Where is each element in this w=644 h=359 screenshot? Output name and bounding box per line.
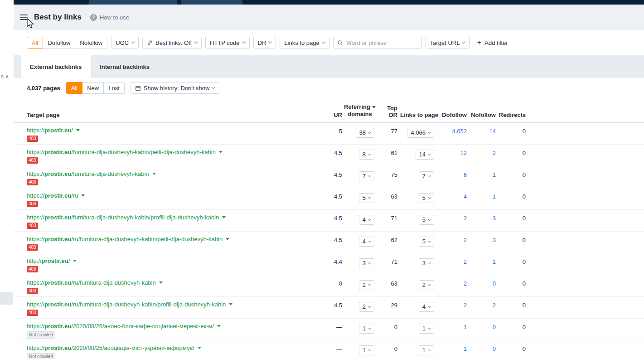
url-dropdown-caret-icon[interactable] [159, 281, 163, 284]
how-to-use-link[interactable]: ? How to use [90, 14, 129, 21]
nofollow-link[interactable]: 0 [493, 280, 496, 287]
target-page-link[interactable]: https://prostir.eu/furnitura-dlja-dushev… [27, 170, 149, 177]
dofollow-link[interactable]: 1 [464, 324, 467, 330]
left-rail-scroll-thumb[interactable] [0, 292, 13, 305]
target-page-link[interactable]: https://prostir.eu/ru/furnitura-dlja-dus… [27, 279, 156, 286]
menu-hamburger-icon[interactable] [20, 15, 28, 20]
dofollow-link[interactable]: 4,052 [452, 128, 467, 135]
referring-domains-dropdown[interactable]: 8 [359, 150, 374, 160]
target-url-dropdown[interactable]: Target URL [426, 37, 470, 49]
dofollow-link[interactable]: 2 [464, 258, 467, 265]
links-to-page-dropdown[interactable]: 1 [419, 324, 434, 334]
url-dropdown-caret-icon[interactable] [152, 173, 156, 175]
referring-domains-dropdown[interactable]: 7 [359, 171, 374, 181]
redirects-value: 0 [498, 232, 528, 253]
url-dropdown-caret-icon[interactable] [81, 194, 85, 197]
url-dropdown-caret-icon[interactable] [76, 129, 80, 131]
target-page-link[interactable]: https://prostir.eu/furnitura-dlja-dushev… [27, 214, 219, 221]
referring-domains-dropdown[interactable]: 1 [359, 324, 374, 334]
target-page-link[interactable]: https://prostir.eu/ru/furnitura-dlja-dus… [27, 301, 226, 308]
nofollow-link[interactable]: 0 [493, 324, 496, 330]
nofollow-link[interactable]: 14 [489, 128, 496, 135]
dofollow-link[interactable]: 6 [464, 171, 467, 178]
url-dropdown-caret-icon[interactable] [222, 216, 226, 218]
url-dropdown-caret-icon[interactable] [219, 151, 223, 153]
show-history-dropdown[interactable]: Show history: Don't show [131, 82, 220, 94]
links-to-page-dropdown[interactable]: 4 [419, 302, 434, 312]
links-to-page-dropdown[interactable]: 1 [419, 345, 434, 355]
links-to-page-dropdown[interactable]: 14 [416, 150, 434, 160]
history-segment-all[interactable]: All [66, 82, 82, 94]
nofollow-link[interactable]: 2 [493, 150, 496, 156]
nofollow-link[interactable]: 0 [493, 345, 496, 352]
nofollow-link[interactable]: 1 [493, 258, 496, 265]
tab-internal-backlinks[interactable]: Internal backlinks [91, 55, 159, 78]
column-header-referring-domains[interactable]: Referringdomains [342, 103, 380, 118]
filter-segment-all[interactable]: All [27, 37, 43, 49]
column-header-redirects[interactable]: Redirects [498, 112, 528, 118]
dofollow-link[interactable]: 2 [464, 237, 467, 243]
filter-segment-dofollow[interactable]: Dofollow [43, 37, 75, 49]
referring-domains-dropdown[interactable]: 4 [359, 237, 374, 247]
nofollow-link[interactable]: 3 [493, 215, 496, 222]
links-to-page-dropdown[interactable]: 3 [419, 258, 434, 268]
topbar-tab[interactable] [181, 0, 242, 5]
column-header-dofollow[interactable]: Dofollow [440, 112, 469, 118]
nofollow-link[interactable]: 3 [493, 237, 496, 243]
target-page-link[interactable]: https://prostir.eu/ [27, 127, 73, 134]
url-dropdown-caret-icon[interactable] [226, 238, 229, 240]
add-filter-button[interactable]: + Add filter [477, 39, 508, 46]
column-header-top-dr[interactable]: Top DR [380, 105, 400, 118]
dofollow-link[interactable]: 12 [460, 150, 467, 156]
history-segment-new[interactable]: New [82, 82, 104, 94]
target-page-link[interactable]: https://prostir.eu/2020/08/25/асоціація-… [27, 344, 194, 351]
target-page-link[interactable]: https://prostir.eu/ru/furnitura-dlja-dus… [27, 236, 223, 243]
nofollow-link[interactable]: 1 [493, 193, 496, 200]
dofollow-link[interactable]: 4 [464, 193, 467, 200]
referring-domains-dropdown[interactable]: 1 [359, 345, 374, 355]
tab-external-backlinks[interactable]: External backlinks [21, 55, 91, 78]
filter-ugc-dropdown[interactable]: UGC [111, 37, 139, 49]
topbar-tab[interactable] [89, 0, 177, 5]
search-input[interactable] [346, 39, 418, 46]
referring-domains-dropdown[interactable]: 3 [359, 258, 374, 268]
dofollow-link[interactable]: 1 [464, 345, 467, 352]
filter-segment-nofollow[interactable]: Nofollow [75, 37, 107, 49]
referring-domains-dropdown[interactable]: 2 [359, 302, 374, 312]
target-page-link[interactable]: https://prostir.eu/furnitura-dlja-dushev… [27, 149, 216, 155]
dofollow-link[interactable]: 2 [464, 302, 467, 309]
filter-links-to-page-dropdown[interactable]: Links to page [280, 37, 329, 49]
links-to-page-dropdown[interactable]: 4,066 [407, 128, 434, 138]
table-row: https://prostir.eu/furnitura-dlja-dushev… [14, 166, 644, 188]
referring-domains-dropdown[interactable]: 4 [359, 215, 374, 225]
filter-dr-dropdown[interactable]: DR [253, 37, 276, 49]
column-header-nofollow[interactable]: Nofollow [469, 112, 498, 118]
mini-value: 4 [363, 238, 366, 245]
column-header-links-to-page[interactable]: Links to page [400, 112, 440, 118]
column-header-target-page[interactable]: Target page [27, 112, 317, 118]
nofollow-link[interactable]: 1 [493, 171, 496, 178]
history-segment-lost[interactable]: Lost [103, 82, 125, 94]
dofollow-link[interactable]: 2 [464, 215, 467, 222]
referring-domains-dropdown[interactable]: 38 [356, 128, 374, 138]
url-dropdown-caret-icon[interactable] [198, 347, 201, 349]
links-to-page-dropdown[interactable]: 7 [419, 171, 434, 181]
url-dropdown-caret-icon[interactable] [73, 260, 77, 262]
dofollow-link[interactable]: 2 [464, 280, 467, 287]
url-dropdown-caret-icon[interactable] [217, 325, 221, 327]
column-header-ur[interactable]: UR [317, 112, 342, 118]
links-to-page-dropdown[interactable]: 5 [419, 215, 434, 225]
referring-domains-dropdown[interactable]: 5 [359, 193, 374, 203]
nofollow-link[interactable]: 2 [493, 302, 496, 309]
links-to-page-dropdown[interactable]: 5 [419, 193, 434, 203]
target-page-link[interactable]: https://prostir.eu/2020/08/25/анонс-блог… [27, 323, 214, 330]
search-box[interactable] [333, 37, 422, 49]
url-dropdown-caret-icon[interactable] [229, 303, 232, 306]
target-page-link[interactable]: https://prostir.eu/ru [27, 192, 78, 199]
target-page-link[interactable]: http://prostir.eu/ [27, 257, 70, 264]
links-to-page-dropdown[interactable]: 5 [419, 237, 434, 247]
links-to-page-dropdown[interactable]: 2 [419, 280, 434, 290]
referring-domains-dropdown[interactable]: 2 [359, 280, 374, 290]
filter-best-links-off-dropdown[interactable]: Best links: Off [142, 37, 202, 49]
filter-http-code-dropdown[interactable]: HTTP code [205, 37, 250, 49]
